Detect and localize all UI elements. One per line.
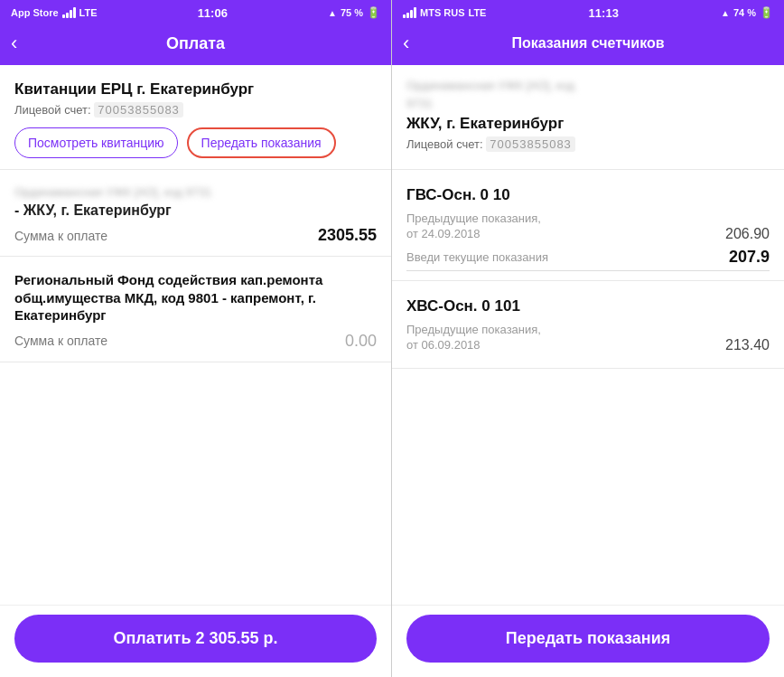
gvs-input-value[interactable]: 207.9 xyxy=(729,248,770,267)
right-net-type: LTE xyxy=(469,7,487,18)
kaprem-amount-label: Сумма к оплате xyxy=(14,334,107,348)
right-nav-title: Показания счетчиков xyxy=(406,35,770,52)
erc-section: Квитанции ЕРЦ г. Екатеринбург Лицевой сч… xyxy=(0,65,391,170)
uzhk-subtitle: - ЖКУ, г. Екатеринбург xyxy=(14,202,377,219)
gvs-input-label: Введи текущие показания xyxy=(406,250,548,264)
left-nav-bar: ‹ Оплата xyxy=(0,25,391,65)
gvs-prev-row: Предыдущие показания, от 24.09.2018 206.… xyxy=(406,212,770,242)
gvs-input-row: Введи текущие показания 207.9 xyxy=(406,248,770,271)
meter-company-blurred-1: Ординамансная УЖК [АО], код xyxy=(406,78,770,94)
left-phone: App Store LTE 11:06 ▲ 75 % 🔋 ‹ Оплата xyxy=(0,0,392,677)
gps-icon: ▲ xyxy=(328,8,337,18)
left-content: Квитанции ЕРЦ г. Екатеринбург Лицевой сч… xyxy=(0,65,391,605)
gvs-prev-label: Предыдущие показания, от 24.09.2018 xyxy=(406,212,541,242)
left-time: 11:06 xyxy=(198,6,228,20)
erc-buttons-row: Посмотреть квитанцию Передать показания xyxy=(14,127,377,158)
hvs-prev-label: Предыдущие показания, от 06.09.2018 xyxy=(406,323,541,353)
view-receipt-button[interactable]: Посмотреть квитанцию xyxy=(14,127,178,158)
kaprem-section: Региональный Фонд содействия кап.ремонта… xyxy=(0,257,391,362)
uzhk-section: Ординамансная УЖК [АО], код 9731 - ЖКУ, … xyxy=(0,170,391,257)
left-status-right: ▲ 75 % 🔋 xyxy=(328,6,380,19)
hvs-prev-value: 213.40 xyxy=(725,337,770,353)
kaprem-amount-row: Сумма к оплате 0.00 xyxy=(14,332,377,351)
right-phone: MTS RUS LTE 11:13 ▲ 74 % 🔋 ‹ Показания с… xyxy=(392,0,784,677)
submit-readings-button[interactable]: Передать показания xyxy=(406,615,770,663)
meter-company-blurred-2: 9731 xyxy=(406,96,770,112)
network-type: LTE xyxy=(79,7,98,18)
uzhk-amount-row: Сумма к оплате 2305.55 xyxy=(14,226,377,245)
battery-icon: 🔋 xyxy=(367,6,380,19)
uzhk-amount-value: 2305.55 xyxy=(318,226,377,245)
right-back-button[interactable]: ‹ xyxy=(403,32,409,55)
right-status-left: MTS RUS LTE xyxy=(403,7,486,18)
meter-account: Лицевой счет: 70053855083 xyxy=(406,137,770,151)
uzhk-company-blurred: Ординамансная УЖК [АО], код 9731 xyxy=(14,184,377,201)
right-status-right: ▲ 74 % 🔋 xyxy=(721,6,773,19)
uzhk-amount-label: Сумма к оплате xyxy=(14,229,107,243)
right-time: 11:13 xyxy=(589,6,619,20)
kaprem-amount-value: 0.00 xyxy=(345,332,377,351)
app-store-label: App Store xyxy=(11,7,59,18)
hvs-type: ХВС-Осн. 0 101 xyxy=(406,297,770,315)
right-content: Ординамансная УЖК [АО], код 9731 ЖКУ, г.… xyxy=(392,65,784,605)
right-gps-icon: ▲ xyxy=(721,8,730,18)
right-nav-bar: ‹ Показания счетчиков xyxy=(392,25,784,65)
erc-account-label: Лицевой счет: 70053855083 xyxy=(14,103,377,117)
right-network: MTS RUS xyxy=(420,7,465,18)
submit-button-container: Передать показания xyxy=(392,605,784,677)
pay-button[interactable]: Оплатить 2 305.55 р. xyxy=(14,615,377,663)
erc-account-number: 70053855083 xyxy=(94,102,183,118)
left-back-button[interactable]: ‹ xyxy=(11,32,17,55)
meter-company-section: Ординамансная УЖК [АО], код 9731 ЖКУ, г.… xyxy=(392,65,784,170)
left-nav-title: Оплата xyxy=(14,34,377,53)
meter-account-number: 70053855083 xyxy=(486,136,575,152)
hvs-prev-row: Предыдущие показания, от 06.09.2018 213.… xyxy=(406,323,770,353)
erc-title: Квитанции ЕРЦ г. Екатеринбург xyxy=(14,80,377,99)
hvs-section: ХВС-Осн. 0 101 Предыдущие показания, от … xyxy=(392,281,784,369)
phones-container: App Store LTE 11:06 ▲ 75 % 🔋 ‹ Оплата xyxy=(0,0,784,677)
gvs-type: ГВС-Осн. 0 10 xyxy=(406,186,770,204)
right-status-bar: MTS RUS LTE 11:13 ▲ 74 % 🔋 xyxy=(392,0,784,25)
left-status-left: App Store LTE xyxy=(11,7,98,18)
right-battery-icon: 🔋 xyxy=(760,6,773,19)
right-signal-bars-icon xyxy=(403,7,416,18)
meter-company-name: ЖКУ, г. Екатеринбург xyxy=(406,114,770,134)
pay-button-container: Оплатить 2 305.55 р. xyxy=(0,605,391,677)
transfer-readings-button-left[interactable]: Передать показания xyxy=(187,127,336,158)
gvs-prev-value: 206.90 xyxy=(725,226,770,242)
signal-bars-icon xyxy=(62,7,76,18)
gvs-section: ГВС-Осн. 0 10 Предыдущие показания, от 2… xyxy=(392,170,784,281)
right-battery-label: 74 % xyxy=(733,7,756,18)
battery-label: 75 % xyxy=(341,7,363,18)
left-status-bar: App Store LTE 11:06 ▲ 75 % 🔋 xyxy=(0,0,391,25)
kaprem-title: Региональный Фонд содействия кап.ремонта… xyxy=(14,271,377,324)
